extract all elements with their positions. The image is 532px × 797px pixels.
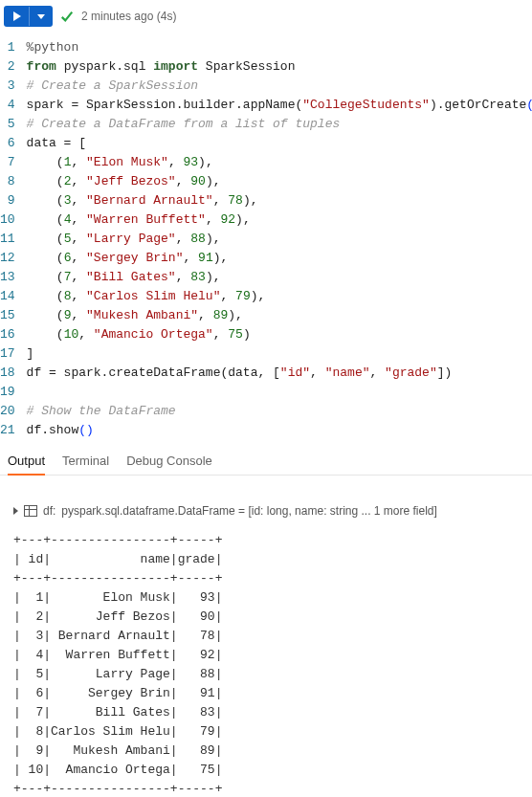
- output-tabs: OutputTerminalDebug Console: [0, 446, 532, 476]
- expand-triangle-icon[interactable]: [13, 507, 18, 515]
- code-editor[interactable]: 123456789101112131415161718192021 %pytho…: [0, 33, 532, 446]
- code-line[interactable]: (5, "Larry Page", 88),: [27, 230, 532, 249]
- code-line[interactable]: [27, 383, 532, 402]
- line-number: 10: [0, 210, 15, 230]
- line-number: 15: [0, 306, 15, 325]
- cell-toolbar: 2 minutes ago (4s): [0, 0, 532, 33]
- line-number: 18: [0, 364, 15, 383]
- line-number: 5: [0, 115, 15, 134]
- code-line[interactable]: (9, "Mukesh Ambani", 89),: [27, 306, 532, 325]
- code-line[interactable]: from pyspark.sql import SparkSession: [27, 57, 532, 77]
- chevron-down-icon: [37, 14, 45, 19]
- line-number: 20: [0, 402, 15, 421]
- tab-output[interactable]: Output: [8, 454, 45, 476]
- run-button[interactable]: [4, 6, 53, 27]
- line-number: 8: [0, 172, 15, 191]
- code-line[interactable]: spark = SparkSession.builder.appName("Co…: [27, 96, 532, 115]
- code-line[interactable]: data = [: [27, 134, 532, 153]
- code-content[interactable]: %pythonfrom pyspark.sql import SparkSess…: [27, 38, 532, 440]
- line-number: 16: [0, 325, 15, 344]
- play-icon: [13, 11, 21, 21]
- tab-debug-console[interactable]: Debug Console: [126, 454, 212, 475]
- line-number: 3: [0, 77, 15, 96]
- tab-terminal[interactable]: Terminal: [62, 454, 109, 475]
- output-panel: df: pyspark.sql.dataframe.DataFrame = [i…: [0, 476, 532, 797]
- code-line[interactable]: (7, "Bill Gates", 83),: [27, 268, 532, 287]
- code-line[interactable]: df.show(): [27, 421, 532, 440]
- line-number: 21: [0, 421, 15, 440]
- code-line[interactable]: # Create a DataFrame from a list of tupl…: [27, 115, 532, 134]
- code-line[interactable]: (4, "Warren Buffett", 92),: [27, 210, 532, 230]
- line-number: 4: [0, 96, 15, 115]
- dataframe-caption[interactable]: df: pyspark.sql.dataframe.DataFrame = [i…: [13, 504, 519, 518]
- line-number: 13: [0, 268, 15, 287]
- code-line[interactable]: (1, "Elon Musk", 93),: [27, 153, 532, 172]
- code-line[interactable]: df = spark.createDataFrame(data, ["id", …: [27, 364, 532, 383]
- caption-body: pyspark.sql.dataframe.DataFrame = [id: l…: [61, 504, 437, 518]
- caption-prefix: df:: [43, 504, 55, 518]
- line-number: 2: [0, 57, 15, 77]
- line-number: 12: [0, 249, 15, 268]
- line-number: 9: [0, 191, 15, 210]
- code-line[interactable]: # Show the DataFrame: [27, 402, 532, 421]
- line-number: 7: [0, 153, 15, 172]
- line-number: 6: [0, 134, 15, 153]
- check-icon: [60, 10, 74, 23]
- code-line[interactable]: (6, "Sergey Brin", 91),: [27, 249, 532, 268]
- line-number-gutter: 123456789101112131415161718192021: [0, 38, 27, 440]
- line-number: 14: [0, 287, 15, 306]
- table-icon: [24, 505, 37, 517]
- code-line[interactable]: (3, "Bernard Arnault", 78),: [27, 191, 532, 210]
- line-number: 11: [0, 230, 15, 249]
- code-line[interactable]: (10, "Amancio Ortega", 75): [27, 325, 532, 344]
- code-line[interactable]: (8, "Carlos Slim Helu", 79),: [27, 287, 532, 306]
- code-line[interactable]: ]: [27, 344, 532, 364]
- line-number: 19: [0, 383, 15, 402]
- line-number: 17: [0, 344, 15, 364]
- code-line[interactable]: (2, "Jeff Bezos", 90),: [27, 172, 532, 191]
- dataframe-ascii-table: +---+----------------+-----+ | id| name|…: [13, 531, 519, 797]
- line-number: 1: [0, 38, 15, 57]
- code-line[interactable]: # Create a SparkSession: [27, 77, 532, 96]
- execution-status: 2 minutes ago (4s): [81, 10, 176, 23]
- code-line[interactable]: %python: [27, 38, 532, 57]
